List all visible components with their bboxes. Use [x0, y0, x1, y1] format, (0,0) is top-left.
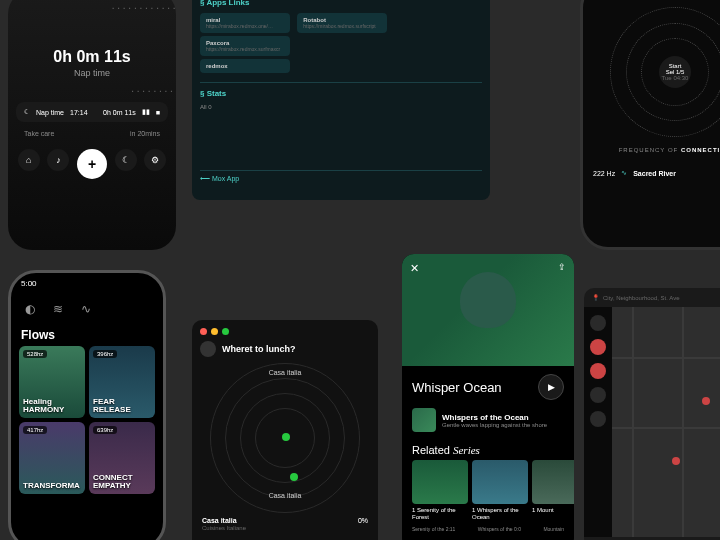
bottom-nav: ⌂ ♪ + ☾ ⚙ — [8, 141, 176, 187]
care-eta: in 20mins — [130, 130, 160, 137]
terminal-window: § Apps Links miralhttps://mirabox.redmox… — [192, 0, 490, 200]
status-bar: 5:00 — [11, 273, 163, 294]
window-controls — [200, 328, 370, 335]
app-panel[interactable]: Paxcorahttps://mirabox.redmox.surfmaxcr — [200, 36, 290, 56]
track-name: Sacred River — [633, 170, 676, 177]
flow-card[interactable]: 639hzCONNECT EMPATHY — [89, 422, 155, 494]
moon-button[interactable]: ☾ — [115, 149, 137, 171]
series-card[interactable]: 1 Serenity of the Forest — [412, 460, 468, 520]
dial-center[interactable]: Start Sel 1/5 Tue 04:30 — [659, 56, 691, 88]
flow-card[interactable]: 528hzHealing HARMONY — [19, 346, 85, 418]
flows-grid: 528hzHealing HARMONY 396hzFEAR RELEASE 4… — [11, 346, 163, 494]
flow-card[interactable]: 417hzTRANSFORMA — [19, 422, 85, 494]
stats-header: § Stats — [200, 89, 482, 98]
radar-chart: Casa italia Casa italia — [210, 363, 360, 513]
question-row: Wheret to lunch? — [200, 341, 370, 357]
radar-window: Wheret to lunch? Casa italia Casa italia… — [192, 320, 378, 540]
hz-value: 222 Hz — [593, 170, 615, 177]
set-label: Sel 1/5 — [666, 69, 685, 75]
result-sub: Cuisines Italiane — [202, 525, 246, 531]
whisper-card: ✕ ⇪ Whisper Ocean ▶ Whispers of the Ocea… — [402, 254, 574, 540]
flow-card[interactable]: 396hzFEAR RELEASE — [89, 346, 155, 418]
map-sidebar — [584, 307, 612, 537]
tab-1[interactable]: ◐ — [25, 302, 35, 316]
related-header: Related Series — [402, 440, 574, 460]
map-pin[interactable] — [702, 397, 710, 405]
tab-bar: ◐ ≋ ∿ — [11, 294, 163, 324]
track-desc: Gentle waves lapping against the shore — [442, 422, 547, 428]
add-button[interactable]: + — [77, 149, 107, 179]
stats-value: All 0 — [200, 104, 482, 110]
track-row[interactable]: Whispers of the Ocean Gentle waves lappi… — [402, 408, 574, 440]
avatar — [200, 341, 216, 357]
app-panel[interactable]: miralhttps://mirabox.redmox.one/… — [200, 13, 290, 33]
close-icon[interactable]: ✕ — [410, 262, 419, 275]
frequency-label: FREQUENCY OF CONNECTION — [583, 147, 720, 153]
music-button[interactable]: ♪ — [47, 149, 69, 171]
album-title: Whisper Ocean — [412, 380, 502, 395]
track-title: Whispers of the Ocean — [442, 413, 547, 422]
progress-dots — [32, 0, 152, 120]
track-thumb — [412, 408, 436, 432]
nap-timer-phone: 0h 0m 11s Nap time ☾ Nap time 17:14 0h 0… — [8, 0, 176, 250]
result-title: Casa italia — [202, 517, 237, 524]
dial-ring[interactable]: Start Sel 1/5 Tue 04:30 — [610, 7, 720, 137]
title-row: Whisper Ocean ▶ — [402, 366, 574, 408]
set-time: Tue 04:30 — [662, 75, 689, 81]
question-text: Wheret to lunch? — [222, 344, 296, 354]
share-icon[interactable]: ⇪ — [558, 262, 566, 272]
frequency-device: CYCLE: UNITY BRO Start Sel 1/5 Tue 04:30… — [580, 0, 720, 250]
play-button[interactable]: ▶ — [538, 374, 564, 400]
flows-phone: 5:00 ◐ ≋ ∿ Flows 528hzHealing HARMONY 39… — [8, 270, 166, 540]
pin-icon: 📍 — [592, 294, 599, 301]
max-dot[interactable] — [222, 328, 229, 335]
hero-image: ✕ ⇪ — [402, 254, 574, 366]
radar-dot — [290, 473, 298, 481]
timer-display: 0h 0m 11s Nap time — [8, 0, 176, 78]
settings-button[interactable]: ⚙ — [144, 149, 166, 171]
sidebar-item[interactable] — [590, 363, 606, 379]
tab-2[interactable]: ≋ — [53, 302, 63, 316]
series-card[interactable]: 1 Mount — [532, 460, 574, 520]
map-area[interactable] — [612, 307, 720, 537]
map-pin[interactable] — [672, 457, 680, 465]
app-panel[interactable]: redmox — [200, 59, 290, 73]
start-label: Start — [669, 63, 682, 69]
stop-icon[interactable]: ■ — [156, 109, 160, 116]
term-footer[interactable]: ⟵ Mox App — [200, 170, 482, 183]
radar-option[interactable]: Casa italia — [269, 492, 302, 499]
radar-dot — [282, 433, 290, 441]
close-dot[interactable] — [200, 328, 207, 335]
care-row: Take care in 20mins — [16, 126, 168, 141]
sidebar-avatar[interactable] — [590, 315, 606, 331]
radar-option[interactable]: Casa italia — [269, 369, 302, 376]
related-footer: Serenity of the 2:11 Whispers of the 0:0… — [402, 520, 574, 532]
location-text: City, Neighbourhood, St. Ave — [603, 295, 680, 301]
sidebar-item[interactable] — [590, 387, 606, 403]
now-playing: 222 Hz ∿ Sacred River — [593, 169, 720, 177]
min-dot[interactable] — [211, 328, 218, 335]
series-card[interactable]: 1 Whispers of the Ocean — [472, 460, 528, 520]
home-button[interactable]: ⌂ — [18, 149, 40, 171]
result-pct: 0% — [358, 517, 368, 531]
app-panel[interactable]: Rotabothttps://mirabox.redmox.surfscript — [297, 13, 387, 33]
moon-icon: ☾ — [24, 108, 30, 116]
wave-icon: ∿ — [621, 169, 627, 177]
radar-footer: Casa italiaCuisines Italiane 0% — [200, 517, 370, 531]
apps-header: § Apps Links — [200, 0, 482, 7]
care-label: Take care — [24, 130, 54, 137]
tab-3[interactable]: ∿ — [81, 302, 91, 316]
related-cards: 1 Serenity of the Forest 1 Whispers of t… — [402, 460, 574, 520]
sidebar-item[interactable] — [590, 411, 606, 427]
sidebar-item[interactable] — [590, 339, 606, 355]
flows-header: Flows — [11, 324, 163, 346]
map-header: 📍 City, Neighbourhood, St. Ave — [584, 288, 720, 307]
map-window: 📍 City, Neighbourhood, St. Ave — [584, 288, 720, 540]
